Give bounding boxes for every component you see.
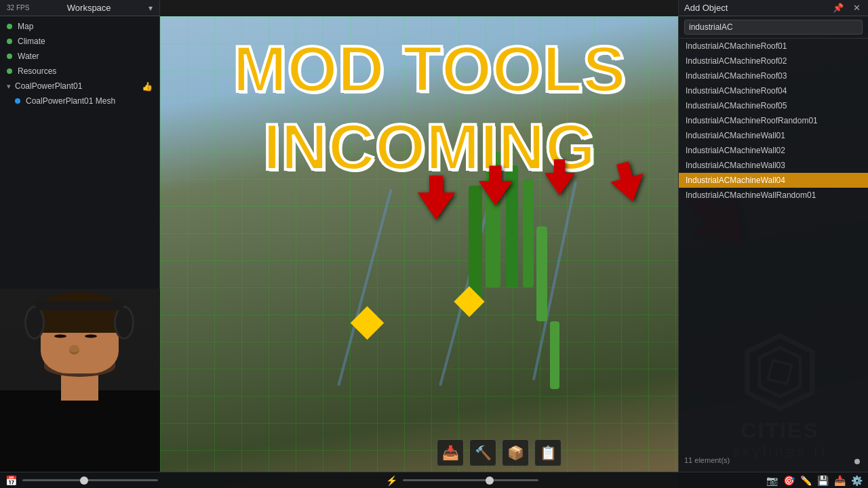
- red-arrow-2: [479, 165, 513, 206]
- tool-stack-button[interactable]: 📋: [534, 439, 561, 466]
- person-eye-right: [85, 335, 97, 338]
- headphone-band: [35, 301, 123, 310]
- object-list: IndustrialACMachineRoof01 IndustrialACMa…: [679, 39, 868, 203]
- object-item-wall02[interactable]: IndustrialACMachineWall02: [679, 143, 868, 158]
- add-object-title: Add Object: [684, 3, 728, 13]
- tree-dot-climate: [7, 39, 12, 44]
- tool-shovel-button[interactable]: 🔨: [469, 439, 496, 466]
- svg-marker-3: [545, 159, 575, 195]
- tool-stack-icon: 📋: [540, 445, 557, 461]
- time-slider[interactable]: [22, 479, 158, 481]
- tree-5: [536, 226, 547, 321]
- tree-item-climate[interactable]: Climate: [0, 34, 159, 49]
- object-item-wall03[interactable]: IndustrialACMachineWall03: [679, 158, 868, 173]
- calendar-icon[interactable]: 📅: [5, 475, 17, 486]
- object-item-roof04[interactable]: IndustrialACMachineRoof04: [679, 83, 868, 98]
- workspace-title: Workspace: [67, 3, 111, 13]
- svg-marker-1: [418, 176, 455, 220]
- search-row: [679, 16, 868, 39]
- tree-item-map[interactable]: Map: [0, 19, 159, 34]
- tree-label-water: Water: [18, 52, 39, 61]
- tree-label-coal-mesh: CoalPowerPlant01 Mesh: [26, 96, 115, 106]
- right-panel: Add Object 📌 ✕ IndustrialACMachineRoof01…: [678, 0, 868, 488]
- object-item-wall01[interactable]: IndustrialACMachineWall01: [679, 128, 868, 143]
- tree-label-resources: Resources: [18, 66, 56, 76]
- object-item-roof02[interactable]: IndustrialACMachineRoof02: [679, 54, 868, 68]
- time-slider-group: [22, 479, 380, 481]
- speed-slider-group: [403, 479, 761, 481]
- tree-6: [550, 321, 559, 389]
- tree-label-climate: Climate: [18, 37, 45, 46]
- headphone-left: [24, 306, 45, 340]
- tree-item-coal-mesh[interactable]: CoalPowerPlant01 Mesh: [0, 94, 159, 108]
- tree-label-map: Map: [18, 22, 33, 31]
- object-item-wall04[interactable]: IndustrialACMachineWall04: [679, 173, 868, 188]
- headphone-right: [114, 306, 134, 340]
- elements-count-label: 11 element(s): [684, 456, 730, 464]
- tool-cube-icon: 📦: [507, 445, 524, 461]
- panel-close-icon[interactable]: ✕: [851, 2, 863, 14]
- tree-dot-water: [7, 54, 12, 59]
- right-top-bar: Add Object 📌 ✕: [679, 0, 868, 16]
- red-arrow-3: [545, 159, 575, 196]
- status-bar: 📅 ⚡ 📷 🎯 ✏️ 💾 📥 ⚙️: [0, 472, 868, 488]
- object-item-roof05[interactable]: IndustrialACMachineRoof05: [679, 98, 868, 113]
- panel-bottom-dot: [854, 459, 860, 464]
- save-icon[interactable]: 💾: [817, 475, 829, 486]
- workspace-chevron[interactable]: ▾: [149, 3, 153, 13]
- person-nose: [69, 345, 79, 354]
- top-bar: 32 FPS Workspace ▾: [0, 0, 159, 16]
- webcam-area: [0, 289, 160, 472]
- tree-item-water[interactable]: Water: [0, 49, 159, 64]
- object-item-roofrandom01[interactable]: IndustrialACMachineRoofRandom01: [679, 113, 868, 128]
- tool-import-button[interactable]: 📥: [437, 439, 464, 466]
- speed-icon[interactable]: ⚡: [386, 475, 397, 486]
- tree-dot-map: [7, 24, 12, 29]
- tree-4: [523, 179, 534, 287]
- object-search-input[interactable]: [684, 20, 863, 35]
- scene-tree: Map Climate Water Resources ▾ CoalPowerP…: [0, 16, 159, 111]
- red-arrow-1: [418, 176, 455, 220]
- person-shirt: [0, 390, 160, 472]
- edit-icon[interactable]: ✏️: [800, 475, 812, 486]
- tree-label-coal: CoalPowerPlant01: [15, 81, 82, 91]
- fps-counter: 32 FPS: [7, 4, 29, 12]
- person-hair: [37, 292, 122, 333]
- tree-item-coal[interactable]: ▾ CoalPowerPlant01 👍: [0, 79, 159, 94]
- download-icon[interactable]: 📥: [834, 475, 846, 486]
- tree-dot-coal-mesh: [15, 98, 20, 104]
- target-icon[interactable]: 🎯: [783, 475, 795, 486]
- tree-item-resources[interactable]: Resources: [0, 64, 159, 79]
- person-eye-left: [54, 335, 66, 338]
- svg-marker-2: [479, 165, 513, 205]
- tree-dot-resources: [7, 68, 12, 74]
- object-item-roof03[interactable]: IndustrialACMachineRoof03: [679, 68, 868, 83]
- tool-cube-button[interactable]: 📦: [502, 439, 529, 466]
- speed-slider[interactable]: [403, 479, 538, 481]
- settings-icon[interactable]: ⚙️: [851, 475, 863, 486]
- tool-shovel-icon: 🔨: [475, 445, 492, 461]
- right-status-icons: 📷 🎯 ✏️ 💾 📥 ⚙️: [766, 475, 863, 486]
- tool-import-icon: 📥: [442, 445, 459, 461]
- left-panel: 32 FPS Workspace ▾ Map Climate Water Res…: [0, 0, 160, 488]
- camera-icon[interactable]: 📷: [766, 475, 778, 486]
- panel-pin-icon[interactable]: 📌: [831, 2, 846, 14]
- object-item-wallrandom01[interactable]: IndustrialACMachineWallRandom01: [679, 188, 868, 203]
- expand-icon-coal: ▾: [7, 82, 11, 91]
- thumb-icon-coal: 👍: [142, 81, 153, 92]
- object-item-roof01[interactable]: IndustrialACMachineRoof01: [679, 39, 868, 54]
- right-panel-actions: 📌 ✕: [831, 2, 863, 14]
- tool-icons-row: 📥 🔨 📦 📋: [320, 436, 678, 469]
